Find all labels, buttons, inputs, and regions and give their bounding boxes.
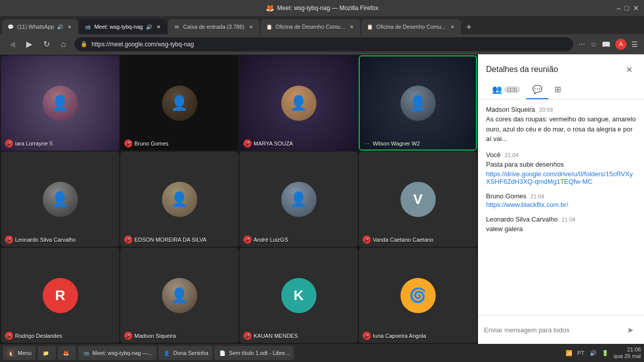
panel-header: Detalhes da reunião ✕ xyxy=(478,54,644,77)
menu-icon: 🐧 xyxy=(7,349,15,357)
tab-gmail[interactable]: ✉ Caixa de entrada (3.786) ✕ xyxy=(168,19,260,34)
tab-close[interactable]: ✕ xyxy=(348,23,355,30)
close-button[interactable]: ✕ xyxy=(633,4,639,12)
mute-indicator: 🎤 xyxy=(363,332,371,340)
participant-cell-kauan: K 🎤 KAUAN MENDES xyxy=(239,248,358,343)
window-controls[interactable]: – □ ✕ xyxy=(617,4,639,12)
name-tag-iuna: 🎤 Iuna Capoeira Angola xyxy=(363,332,426,340)
system-clock: 21:06 qua 26 mai xyxy=(614,346,641,359)
msg-time: 21:04 xyxy=(561,216,576,223)
back-button[interactable]: ◀ xyxy=(6,39,18,49)
menu-button[interactable]: ☰ xyxy=(631,40,638,48)
browser-titlebar: 🦊 Meet: wsg-tybq-nag — Mozilla Firefox –… xyxy=(0,0,644,16)
name-tag-vanda: 🎤 Vanda Caetano Caetano xyxy=(363,236,433,244)
msg-time: 21:04 xyxy=(530,193,544,199)
mute-indicator: 🎤 xyxy=(244,236,252,244)
participant-cell-andre: 👤 🎤 André LuizGS xyxy=(239,152,358,247)
people-icon: 👥 xyxy=(492,85,502,94)
extensions-button[interactable]: ⋯ xyxy=(578,40,585,48)
avatar-madson: 👤 xyxy=(162,278,197,313)
avatar-marya: 👤 xyxy=(281,86,316,121)
video-grid: 👤 🎤 iara Lorrayne S 👤 🎤 Bruno Gomes 👤 🎤 … xyxy=(0,54,478,344)
panel-close-button[interactable]: ✕ xyxy=(622,62,636,77)
panel-tabs: 👥 (13) 💬 ⊞ xyxy=(478,77,644,100)
reload-button[interactable]: ↻ xyxy=(40,39,52,49)
name-tag-madson: 🎤 Madson Siqueira xyxy=(124,332,176,340)
tab-people[interactable]: 👥 (13) xyxy=(486,81,526,99)
msg-link[interactable]: https://drive.google.com/drive/u/0/folde… xyxy=(486,170,636,185)
tab-favicon: 💬 xyxy=(7,23,14,30)
avatar-andre: 👤 xyxy=(281,182,316,217)
home-button[interactable]: ⌂ xyxy=(57,40,69,49)
send-button[interactable]: ➤ xyxy=(622,322,638,338)
tab-favicon: ✉ xyxy=(173,23,180,30)
name-tag-andre: 🎤 André LuizGS xyxy=(244,236,288,244)
taskbar-firefox[interactable]: 🦊 xyxy=(58,346,76,360)
taskbar-dona[interactable]: 👤 Dona Seninha xyxy=(158,346,212,360)
chat-message-2: Você 21:04 Pasta para subir desenhos htt… xyxy=(486,151,636,186)
files-icon: 📁 xyxy=(42,349,50,357)
new-tab-button[interactable]: + xyxy=(462,20,476,34)
mute-indicator: 🎤 xyxy=(244,332,252,340)
profile-button[interactable]: A xyxy=(615,39,626,50)
chat-input[interactable] xyxy=(484,321,618,339)
pocket-button[interactable]: 📖 xyxy=(602,40,610,48)
name-tag-rodrigo: 🎤 Rodrigo Deslandes xyxy=(5,332,62,340)
msg-sender: Bruno Gomes xyxy=(486,192,526,200)
tab-chat[interactable]: 💬 xyxy=(526,81,548,99)
tab-close[interactable]: ✕ xyxy=(155,23,162,30)
msg-text: Pasta para subir desenhos xyxy=(486,160,636,170)
tab-close[interactable]: ✕ xyxy=(248,23,255,30)
msg-header: Bruno Gomes 21:04 xyxy=(486,192,636,200)
taskbar-files[interactable]: 📁 xyxy=(38,346,56,360)
participant-cell-bruno: 👤 🎤 Bruno Gomes xyxy=(120,55,238,151)
participant-cell-leonardo: 👤 🎤 Leonardo Silva Carvalho xyxy=(1,152,119,247)
tab-close[interactable]: ✕ xyxy=(66,23,73,30)
toolbar-right: ⋯ ☆ 📖 A ☰ xyxy=(578,39,638,50)
tab-favicon: 📋 xyxy=(366,23,373,30)
tab-close[interactable]: ✕ xyxy=(449,23,456,30)
taskbar-menu[interactable]: 🐧 Menu xyxy=(3,346,36,360)
forward-button[interactable]: ▶ xyxy=(23,39,35,49)
mute-indicator: 🎤 xyxy=(244,139,252,148)
msg-link[interactable]: https://www.blackflix.com.br/ xyxy=(486,201,636,208)
avatar-kauan: K xyxy=(281,278,316,313)
url-bar[interactable]: 🔒 https://meet.google.com/wsg-tybq-nag xyxy=(74,37,573,51)
tab-activities[interactable]: ⊞ xyxy=(548,81,567,99)
taskbar-libreoffice[interactable]: 📄 Sem título 1.odt - Libre... xyxy=(214,346,293,360)
taskbar-meet[interactable]: 📹 Meet: wsg-tybq-nag —... xyxy=(78,346,157,360)
chat-messages: Madson Siqueira 20:59 As cores das roupa… xyxy=(478,100,644,315)
avatar-bruno: 👤 xyxy=(162,86,197,121)
participant-cell-madson: 👤 🎤 Madson Siqueira xyxy=(120,248,238,343)
tab-whatsapp[interactable]: 💬 (11) WhatsApp 🔊 ✕ xyxy=(2,19,78,34)
more-options[interactable]: ⋯ xyxy=(363,139,371,148)
tab-oficina2[interactable]: 📋 Oficina de Desenho Comu... ✕ xyxy=(361,19,461,34)
msg-time: 20:59 xyxy=(539,107,553,113)
tab-oficina1[interactable]: 📋 Oficina de Desenho Comu... ✕ xyxy=(261,19,360,34)
name-tag-kauan: 🎤 KAUAN MENDES xyxy=(244,332,298,340)
firefox-icon: 🦊 xyxy=(62,349,70,357)
avatar-rodrigo: R xyxy=(43,278,78,313)
window-title: 🦊 Meet: wsg-tybq-nag — Mozilla Firefox xyxy=(266,4,378,12)
avatar-iara: 👤 xyxy=(43,86,78,121)
doc-icon: 📄 xyxy=(218,349,226,357)
name-tag-wilson: ⋯ Wilson Wagner W2 xyxy=(363,139,420,148)
tabs-bar: 💬 (11) WhatsApp 🔊 ✕ 📹 Meet: wsg-tybq-nag… xyxy=(0,16,644,34)
tab-favicon: 📋 xyxy=(266,23,273,30)
mute-indicator: 🎤 xyxy=(124,332,132,340)
mute-indicator: 🎤 xyxy=(5,332,13,340)
people-count: (13) xyxy=(504,86,520,93)
name-tag-bruno: 🎤 Bruno Gomes xyxy=(124,139,169,148)
tab-meet[interactable]: 📹 Meet: wsg-tybq-nag 🔊 ✕ xyxy=(79,19,167,34)
msg-time: 21:04 xyxy=(505,152,519,158)
bookmark-button[interactable]: ☆ xyxy=(590,40,597,48)
chat-message-1: Madson Siqueira 20:59 As cores das roupa… xyxy=(486,106,636,144)
minimize-button[interactable]: – xyxy=(617,4,621,12)
maximize-button[interactable]: □ xyxy=(625,4,629,12)
msg-sender: Madson Siqueira xyxy=(486,106,535,113)
mute-indicator: 🎤 xyxy=(124,236,132,244)
mute-indicator: 🎤 xyxy=(5,139,13,148)
mute-indicator: 🎤 xyxy=(5,236,13,244)
msg-header: Você 21:04 xyxy=(486,151,636,159)
msg-text: As cores das roupas: vermelho do sangue,… xyxy=(486,114,636,144)
